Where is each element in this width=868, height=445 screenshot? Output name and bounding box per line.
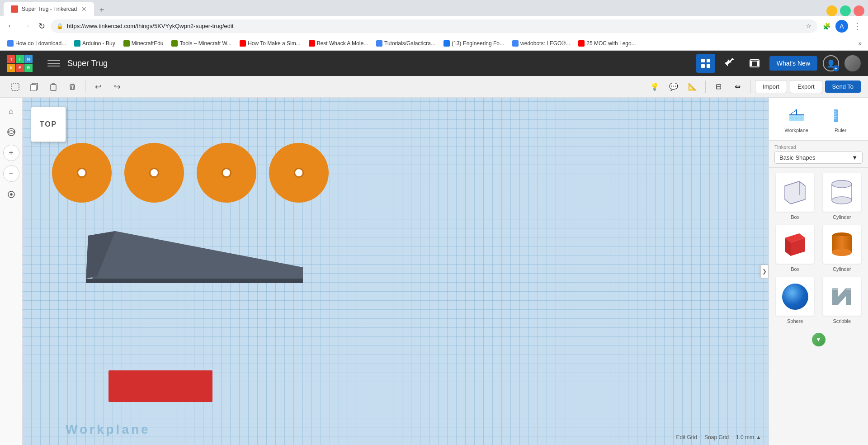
wheel-4[interactable] [269,143,329,203]
profile-btn[interactable]: A [835,20,848,33]
mirror-btn[interactable]: ⇔ [729,79,745,95]
new-tab-btn[interactable]: + [95,4,109,16]
bookmark-6[interactable]: Best Whack A Mole... [305,39,372,47]
refresh-btn[interactable]: ↻ [35,20,48,33]
svg-point-39 [832,180,852,188]
snap-grid-value[interactable]: 1.0 mm ▲ [736,434,761,440]
svg-point-14 [10,194,12,195]
main-area: ⌂ + − TOP [0,98,868,445]
select-btn[interactable] [7,79,24,95]
paste-btn[interactable] [45,79,61,95]
close-btn[interactable] [854,5,864,16]
avatar[interactable] [844,55,861,71]
wheel-3[interactable] [197,143,256,203]
menu-icon[interactable] [47,57,60,70]
light-btn[interactable]: 💡 [646,79,663,95]
logo-r-cell: R [24,64,33,72]
shape-cylinder-orange[interactable]: Cylinder [821,225,863,272]
panel-toggle-icon: ❯ [762,268,767,275]
export-btn[interactable]: Export [790,80,822,93]
viewport[interactable]: TOP [23,98,769,445]
copy-btn[interactable] [26,79,42,95]
bookmark-4[interactable]: Tools – Minecraft W... [168,39,235,47]
wheel-2[interactable] [124,143,184,203]
gallery-btn[interactable] [745,54,764,73]
body-shape[interactable] [57,227,303,288]
shape-cylinder-wireframe[interactable]: Cylinder [821,173,863,220]
tinkercad-logo[interactable]: T I N K E R [7,55,33,72]
shape-scribble[interactable]: Scribble [821,277,863,324]
zoom-in-btn[interactable]: + [3,145,19,161]
workplane-tool-btn[interactable]: Workplane [776,103,817,135]
svg-point-12 [8,128,15,136]
bookmark-10[interactable]: 25 MOC with Lego... [575,39,639,47]
forward-btn[interactable]: → [20,20,33,33]
bookmark-1[interactable]: How do I download... [4,39,70,47]
bookmark-9[interactable]: wedobots: LEGO®... [509,39,574,47]
shape-preview-cylinder-wireframe [823,173,861,212]
bookmark-star-icon[interactable]: ☆ [806,23,811,29]
project-title: Super Trug [67,59,108,68]
lock-icon: 🔒 [57,23,63,29]
view-cube[interactable]: TOP [31,107,66,142]
shape-preview-sphere [776,277,814,316]
undo-btn[interactable]: ↩ [90,79,106,95]
orbit-btn[interactable] [3,124,19,140]
delete-btn[interactable] [64,79,80,95]
svg-rect-11 [51,85,56,90]
browser-tabs-bar: Super Trug - Tinkercad ✕ + [0,0,868,16]
ruler-tool-btn[interactable]: Ruler [821,103,861,135]
category-dropdown[interactable]: Basic Shapes ▼ [774,151,863,164]
url-display: https://www.tinkercad.com/things/5KVYykQ… [67,23,802,29]
whats-new-btn[interactable]: What's New [769,56,817,71]
red-rectangle[interactable] [108,370,212,402]
wheel-1[interactable] [52,143,112,203]
app-container: T I N K E R Super Trug [0,51,868,445]
bookmark-3[interactable]: MinecraftEdu [120,39,167,47]
browser-tab-active[interactable]: Super Trug - Tinkercad ✕ [4,2,94,16]
logo-i-cell: I [16,55,24,63]
grid-view-btn[interactable] [696,54,715,73]
redo-btn[interactable]: ↪ [109,79,125,95]
category-dropdown-section: Tinkercad Basic Shapes ▼ [769,141,868,168]
comment-btn[interactable]: 💬 [665,79,682,95]
logo-k-cell: K [7,64,15,72]
align-btn[interactable]: ⊟ [710,79,726,95]
maximize-btn[interactable] [840,5,851,16]
menu-btn[interactable]: ⋮ [851,20,863,33]
more-bookmarks[interactable]: » [856,39,864,47]
home-view-btn[interactable]: ⌂ [3,103,19,119]
shape-box-wireframe[interactable]: Box [774,173,816,220]
shape-box-red[interactable]: Box [774,225,816,272]
address-bar[interactable]: 🔒 https://www.tinkercad.com/things/5KVYy… [51,19,817,33]
build-btn[interactable] [721,54,740,73]
logo-n-cell: N [24,55,33,63]
bookmark-5[interactable]: How To Make a Sim... [236,39,304,47]
shape-sphere[interactable]: Sphere [774,277,816,324]
fit-view-btn[interactable] [3,186,19,203]
ruler-tool-btn[interactable]: 📐 [684,79,701,95]
back-btn[interactable]: ← [5,20,17,33]
toolbar-separator-2 [705,80,706,93]
bookmark-2[interactable]: Arduino - Buy [71,39,119,47]
sendto-btn[interactable]: Send To [825,80,861,93]
svg-point-48 [832,249,852,256]
minimize-btn[interactable] [826,5,837,16]
toolbar-separator-1 [85,80,85,93]
bookmarks-bar: How do I download... Arduino - Buy Minec… [0,36,868,51]
svg-marker-50 [832,288,838,290]
edit-grid-btn[interactable]: Edit Grid [676,434,697,440]
extensions-btn[interactable]: 🧩 [820,20,833,33]
add-user-btn[interactable]: 👤 + [823,55,839,71]
tab-close-icon[interactable]: ✕ [81,5,87,13]
bookmark-7[interactable]: Tutorials/Galacticra... [373,39,439,47]
toolbar: ↩ ↪ 💡 💬 📐 ⊟ ⇔ Import Export Send To [0,76,868,98]
workplane-label: Workplane [66,422,151,437]
panel-toggle-btn[interactable]: ❯ [760,265,769,278]
left-panel: ⌂ + − [0,98,23,445]
import-btn[interactable]: Import [755,80,787,93]
zoom-out-btn[interactable]: − [3,166,19,182]
svg-marker-49 [832,288,851,305]
bookmark-8[interactable]: (13) Engineering Fo... [440,39,508,47]
toolbar-separator-3 [750,80,750,93]
